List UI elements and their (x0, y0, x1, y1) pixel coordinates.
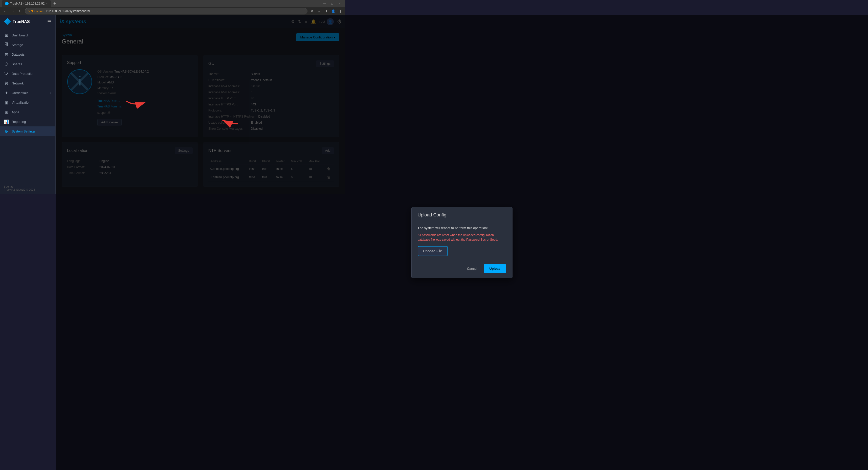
footer-version: TrueNAS SCALE ® 2024 (4, 188, 51, 191)
sidebar-item-label: Network (12, 82, 24, 85)
modal-overlay: Upload Config The system will reboot to … (56, 15, 345, 194)
sidebar-item-label: Storage (12, 43, 23, 47)
more-button[interactable]: ⋮ (337, 8, 343, 14)
bookmark-button[interactable]: ☆ (316, 8, 322, 14)
credentials-icon: ✦ (4, 91, 9, 95)
sidebar-item-label: Apps (12, 110, 19, 114)
sidebar-item-credentials[interactable]: ✦ Credentials › (0, 88, 55, 98)
new-tab-button[interactable]: + (52, 1, 58, 6)
network-icon: ⌘ (4, 81, 9, 86)
arrow-annotations (56, 15, 345, 194)
apps-icon: ⊞ (4, 110, 9, 114)
tab-title: TrueNAS - 192.168.29.92 (10, 2, 44, 5)
sidebar-item-datasets[interactable]: ⊟ Datasets (0, 50, 55, 59)
sidebar-item-label: Credentials (12, 91, 28, 95)
chevron-right-icon: › (50, 130, 51, 133)
tab-favicon (5, 2, 9, 5)
system-settings-icon: ⚙ (4, 129, 9, 133)
tab-close-button[interactable]: × (46, 2, 48, 5)
sidebar-item-virtualization[interactable]: ▣ Virtualization (0, 98, 55, 107)
download-button[interactable]: ⬇ (323, 8, 329, 14)
dashboard-icon: ⊞ (4, 33, 9, 37)
back-button[interactable]: ← (2, 8, 8, 14)
sidebar-item-reporting[interactable]: 📊 Reporting (0, 117, 55, 126)
browser-chrome: TrueNAS - 192.168.29.92 × + — □ × ← → ↻ … (0, 0, 345, 15)
sidebar-item-system-settings[interactable]: ⚙ System Settings › (0, 126, 55, 136)
minimize-button[interactable]: — (321, 1, 328, 7)
logo-icon (4, 18, 11, 25)
sidebar-item-label: Reporting (12, 120, 26, 124)
data-protection-icon: 🛡 (4, 71, 9, 76)
address-bar[interactable]: ⚠ Not secure 192.168.29.92/ui/system/gen… (25, 8, 307, 14)
virtualization-icon: ▣ (4, 100, 9, 105)
sidebar-footer: truenas TrueNAS SCALE ® 2024 (0, 182, 55, 194)
sidebar-item-label: Virtualization (12, 101, 30, 104)
footer-username: truenas (4, 185, 51, 188)
sidebar-item-label: Dashboard (12, 33, 28, 37)
reporting-icon: 📊 (4, 119, 9, 124)
sidebar-header: TrueNAS ☰ (0, 15, 55, 28)
profile-button[interactable]: 👤 (330, 8, 336, 14)
close-button[interactable]: × (336, 1, 343, 7)
window-controls: — □ × (321, 1, 343, 7)
browser-controls: ← → ↻ ⚠ Not secure 192.168.29.92/ui/syst… (0, 7, 345, 15)
maximize-button[interactable]: □ (329, 1, 336, 7)
active-tab[interactable]: TrueNAS - 192.168.29.92 × (2, 0, 51, 7)
sidebar-item-shares[interactable]: ⬡ Shares (0, 59, 55, 69)
logo-text: TrueNAS (13, 20, 30, 24)
hamburger-button[interactable]: ☰ (47, 19, 51, 25)
sidebar-item-apps[interactable]: ⊞ Apps (0, 107, 55, 117)
sidebar-item-dashboard[interactable]: ⊞ Dashboard (0, 30, 55, 40)
sidebar-item-network[interactable]: ⌘ Network (0, 79, 55, 88)
not-secure-indicator: ⚠ Not secure (28, 10, 44, 13)
sidebar-item-label: System Settings (12, 129, 35, 133)
url-text: 192.168.29.92/ui/system/general (46, 9, 90, 13)
sidebar-item-label: Shares (12, 62, 22, 66)
warning-icon: ⚠ (28, 10, 30, 13)
shares-icon: ⬡ (4, 62, 9, 66)
browser-action-buttons: ⧉ ☆ ⬇ 👤 ⋮ (309, 8, 343, 14)
chevron-right-icon: › (50, 91, 51, 94)
sidebar-item-data-protection[interactable]: 🛡 Data Protection (0, 69, 55, 79)
sidebar: TrueNAS ☰ ⊞ Dashboard 🗄 Storage ⊟ Datase… (0, 15, 56, 194)
browser-tab-bar: TrueNAS - 192.168.29.92 × + — □ × (0, 0, 345, 7)
sidebar-item-storage[interactable]: 🗄 Storage (0, 40, 55, 50)
datasets-icon: ⊟ (4, 52, 9, 57)
truenas-logo: TrueNAS (4, 18, 30, 25)
extensions-button[interactable]: ⧉ (309, 8, 315, 14)
forward-button[interactable]: → (10, 8, 16, 14)
sidebar-navigation: ⊞ Dashboard 🗄 Storage ⊟ Datasets ⬡ Share… (0, 28, 55, 182)
sidebar-item-label: Data Protection (12, 72, 34, 75)
storage-icon: 🗄 (4, 42, 9, 47)
sidebar-item-label: Datasets (12, 53, 25, 56)
refresh-button[interactable]: ↻ (17, 8, 23, 14)
